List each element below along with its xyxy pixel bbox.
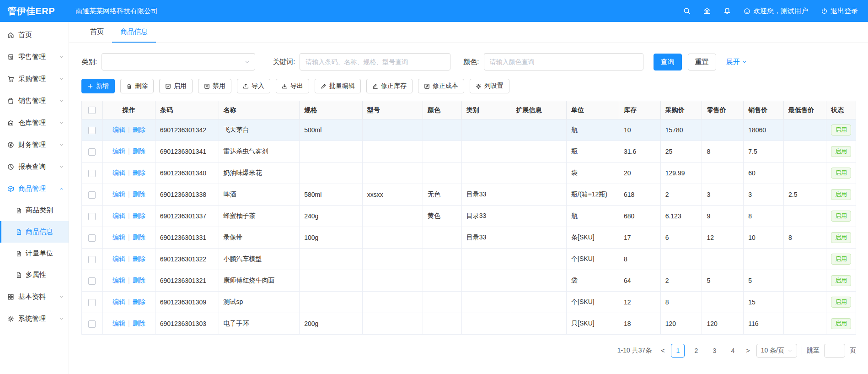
page-number-3[interactable]: 3 (707, 344, 721, 358)
sidebar-item-retail[interactable]: 零售管理 (0, 46, 69, 68)
cell-category (461, 313, 511, 335)
actions-cell: 编辑|删除 (102, 227, 155, 249)
tab-goods-info[interactable]: 商品信息 (112, 22, 156, 43)
cell-model (362, 227, 423, 249)
sidebar-item-purchase[interactable]: 采购管理 (0, 68, 69, 90)
page-number-4[interactable]: 4 (726, 344, 739, 358)
prev-page-button[interactable]: < (659, 347, 666, 354)
cell-name: 飞天茅台 (219, 119, 300, 141)
cell-model (362, 249, 423, 270)
export-button[interactable]: 导出 (276, 79, 309, 93)
edit-link[interactable]: 编辑 (113, 190, 125, 198)
jump-input[interactable] (824, 344, 845, 358)
search-button[interactable]: 查询 (654, 54, 682, 70)
edit-link[interactable]: 编辑 (113, 212, 125, 219)
status-badge: 启用 (831, 125, 851, 136)
sidebar-item-system[interactable]: 系统管理 (0, 308, 69, 330)
status-badge: 启用 (831, 232, 851, 243)
delete-link[interactable]: 删除 (133, 190, 145, 198)
tab-home[interactable]: 首页 (82, 22, 112, 43)
row-checkbox[interactable] (88, 299, 96, 306)
row-checkbox[interactable] (88, 320, 96, 328)
page-number-2[interactable]: 2 (689, 344, 703, 358)
cell-spec (300, 141, 362, 163)
row-checkbox[interactable] (88, 127, 96, 134)
sidebar-item-goods[interactable]: 商品管理 (0, 178, 69, 200)
delete-link[interactable]: 删除 (133, 126, 145, 133)
edit-link[interactable]: 编辑 (113, 276, 125, 284)
button-label: 导出 (290, 82, 303, 90)
fix-cost-button[interactable]: 修正成本 (418, 79, 464, 93)
cell-purchase-price: 2 (660, 184, 702, 206)
enable-button[interactable]: 启用 (159, 79, 193, 93)
cell-ext (511, 313, 567, 335)
batch-edit-button[interactable]: 批量编辑 (315, 79, 361, 93)
delete-link[interactable]: 删除 (133, 169, 145, 176)
add-button[interactable]: 新增 (81, 79, 115, 93)
logout-button[interactable]: 退出登录 (821, 7, 858, 16)
column-header: 操作 (102, 101, 155, 119)
sidebar-subitem-multi-attribute[interactable]: 多属性 (0, 264, 69, 286)
row-checkbox-cell (82, 206, 103, 227)
page-number-1[interactable]: 1 (671, 344, 685, 358)
cell-barcode: 6901236301309 (155, 292, 219, 313)
edit-link[interactable]: 编辑 (113, 233, 125, 241)
search-icon[interactable] (683, 7, 691, 15)
cell-color (423, 292, 462, 313)
cell-name: 小鹏汽车模型 (219, 249, 300, 270)
row-checkbox[interactable] (88, 234, 96, 242)
import-button[interactable]: 导入 (237, 79, 270, 93)
keyword-input[interactable] (300, 53, 450, 70)
color-input[interactable] (484, 53, 643, 70)
delete-link[interactable]: 删除 (133, 212, 145, 219)
chevron-down-icon (59, 54, 64, 60)
delete-link[interactable]: 删除 (133, 233, 145, 241)
reset-button[interactable]: 重置 (688, 54, 716, 70)
edit-link[interactable]: 编辑 (113, 126, 125, 133)
sidebar-subitem-goods-info[interactable]: 商品信息 (0, 221, 69, 243)
delete-link[interactable]: 删除 (133, 147, 145, 155)
edit-link[interactable]: 编辑 (113, 147, 125, 155)
cell-color (423, 313, 462, 335)
cell-min-price (784, 249, 826, 270)
row-checkbox[interactable] (88, 148, 96, 156)
sidebar-item-finance[interactable]: 财务管理 (0, 134, 69, 156)
fix-stock-button[interactable]: 修正库存 (366, 79, 413, 93)
cell-name: 雷达杀虫气雾剂 (219, 141, 300, 163)
cell-name: 奶油味爆米花 (219, 163, 300, 184)
sidebar-item-home[interactable]: 首页 (0, 24, 69, 46)
sidebar-item-warehouse[interactable]: 仓库管理 (0, 112, 69, 134)
sidebar-item-sales[interactable]: 销售管理 (0, 90, 69, 112)
row-checkbox[interactable] (88, 191, 96, 199)
disable-button[interactable]: 禁用 (198, 79, 231, 93)
delete-link[interactable]: 删除 (133, 276, 145, 284)
sidebar-subitem-measure-unit[interactable]: 计量单位 (0, 243, 69, 264)
edit-link[interactable]: 编辑 (113, 298, 125, 305)
edit-link[interactable]: 编辑 (113, 320, 125, 327)
delete-button[interactable]: 删除 (120, 79, 154, 93)
sidebar-item-report[interactable]: 报表查询 (0, 156, 69, 178)
site-icon[interactable] (703, 7, 711, 15)
sidebar-item-basic-data[interactable]: 基本资料 (0, 286, 69, 308)
column-settings-button[interactable]: 列设置 (470, 79, 509, 93)
delete-link[interactable]: 删除 (133, 320, 145, 327)
expand-toggle[interactable]: 展开 (726, 58, 747, 66)
next-page-button[interactable]: > (744, 347, 751, 354)
delete-link[interactable]: 删除 (133, 255, 145, 262)
edit-link[interactable]: 编辑 (113, 169, 125, 176)
select-all-checkbox[interactable] (88, 107, 96, 114)
chevron-down-icon (59, 76, 64, 81)
bell-icon[interactable] (723, 7, 731, 15)
row-checkbox[interactable] (88, 170, 96, 177)
button-label: 修正库存 (381, 82, 407, 90)
edit-link[interactable]: 编辑 (113, 255, 125, 262)
row-checkbox[interactable] (88, 256, 96, 263)
row-checkbox[interactable] (88, 277, 96, 285)
row-checkbox[interactable] (88, 213, 96, 220)
category-select[interactable] (102, 53, 255, 70)
sidebar-subitem-goods-category[interactable]: 商品类别 (0, 200, 69, 221)
delete-link[interactable]: 删除 (133, 298, 145, 305)
cell-sale-price: 8 (744, 206, 784, 227)
user-welcome[interactable]: 欢迎您，测试用户 (744, 7, 808, 16)
page-size-select[interactable]: 10 条/页 (756, 344, 797, 358)
